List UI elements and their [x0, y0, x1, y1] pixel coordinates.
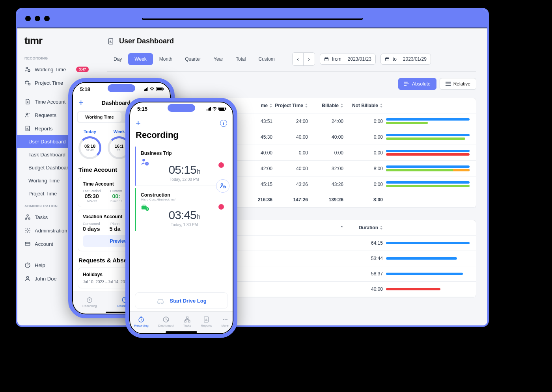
th-project-time[interactable]: Project Time [272, 103, 308, 108]
nav-label: Project Time [28, 191, 57, 197]
tab-tasks[interactable]: Tasks [183, 316, 191, 327]
entry-time: 03:45h [141, 208, 228, 222]
logo: tımr [17, 35, 96, 52]
pie-icon [162, 316, 170, 323]
range-tab-custom[interactable]: Custom [252, 53, 281, 65]
nav-working-time[interactable]: Working Time 3:47 [17, 63, 96, 76]
sort-icon [380, 226, 383, 230]
tab-more[interactable]: More [222, 316, 229, 327]
section-recording-label: RECORDING [17, 52, 96, 63]
switch-badge[interactable] [216, 179, 229, 193]
record-indicator[interactable] [218, 204, 224, 210]
svg-point-0 [26, 67, 28, 69]
tab-reports[interactable]: Reports [201, 316, 212, 327]
nav-label: User Dashboard [28, 139, 66, 145]
nav-label: Time Account [35, 99, 65, 105]
titlebar-handle [142, 18, 363, 20]
svg-rect-21 [446, 85, 451, 86]
tab-recording[interactable]: Recording [82, 296, 97, 308]
total-nb: 8:00 [343, 197, 383, 203]
statusbar: 5:18 [72, 82, 171, 96]
tree-icon [184, 316, 191, 323]
svg-rect-37 [188, 321, 190, 322]
range-tab-day[interactable]: Day [107, 53, 128, 65]
pager-prev[interactable]: ‹ [293, 53, 304, 65]
entry-construction[interactable]: Construction Micro Corp./Brubeck Inc/ 03… [135, 188, 228, 231]
svg-rect-16 [404, 82, 408, 83]
notch [168, 104, 195, 112]
svg-rect-36 [185, 321, 186, 322]
toggle-label: Relative [453, 81, 470, 87]
signal-icon [207, 107, 211, 111]
calendar-icon [324, 57, 329, 61]
working-time-badge: 3:47 [76, 67, 89, 72]
phone2-title: Recording [129, 129, 233, 144]
person-briefcase-icon [219, 182, 226, 189]
date-from[interactable]: from 2023/01/23 [320, 54, 376, 65]
range-tab-total[interactable]: Total [229, 53, 252, 65]
traffic-min[interactable] [35, 16, 40, 21]
info-button[interactable]: i [220, 120, 227, 127]
range-tab-month[interactable]: Month [153, 53, 179, 65]
person-clock-icon [24, 66, 31, 72]
entry-when: Today, 1:30 PM [141, 223, 228, 227]
nav-label: John Doe [35, 276, 57, 282]
svg-rect-18 [404, 85, 407, 86]
sort-icon [305, 104, 308, 108]
user-icon [24, 275, 31, 282]
nav-label: Help [35, 262, 45, 268]
entry-business-trip[interactable]: Business Trip 05:15h Today, 12:00 PM [135, 147, 228, 186]
statusbar: 5:15 [129, 102, 233, 116]
svg-rect-7 [25, 218, 26, 219]
briefcase-clock-icon [24, 80, 31, 86]
svg-rect-8 [29, 218, 30, 219]
start-drive-log[interactable]: Start Drive Log [135, 292, 228, 309]
th-billable[interactable]: Billable [308, 103, 343, 108]
from-date: 2023/01/23 [348, 56, 371, 62]
toggle-label: Absolute [412, 81, 431, 87]
traffic-max[interactable] [44, 16, 50, 21]
sort-icon [269, 104, 272, 108]
relative-button[interactable]: Relative [440, 78, 476, 90]
total-billable: 139:26 [308, 197, 343, 203]
nav-label: Reports [35, 126, 53, 132]
phone2-header: + i [129, 116, 233, 129]
traffic-close[interactable] [25, 16, 31, 21]
absolute-button[interactable]: Absolute [398, 78, 436, 90]
nav-label: Task Dashboard [28, 152, 65, 158]
entry-subtitle: Micro Corp./Brubeck Inc/ [141, 198, 228, 201]
range-tab-week[interactable]: Week [128, 53, 153, 65]
phone1-title: Dashboard [102, 100, 131, 106]
status-icons [144, 87, 163, 91]
th-not-billable[interactable]: Not Billable [343, 103, 383, 108]
tab-recording[interactable]: Recording [134, 316, 148, 327]
ring-today[interactable]: Today 05:1807:42 [78, 129, 101, 159]
record-indicator[interactable] [218, 162, 224, 168]
svg-point-4 [26, 113, 28, 115]
date-to[interactable]: to 2023/01/29 [380, 54, 431, 65]
sort-up-icon[interactable] [340, 226, 343, 230]
add-button[interactable]: + [78, 98, 84, 108]
report-icon [203, 316, 210, 323]
page-header: User Dashboard DayWeekMonthQuarterYearTo… [96, 28, 487, 72]
entry-title: Construction [141, 192, 228, 198]
tab-dashboard[interactable]: Dashboard [158, 316, 173, 327]
help-icon [24, 262, 31, 268]
date-pager: ‹ › [292, 52, 315, 66]
add-button[interactable]: + [136, 118, 141, 128]
pager-next[interactable]: › [304, 53, 315, 65]
svg-rect-35 [186, 317, 188, 318]
th-duration[interactable]: Duration [343, 225, 383, 230]
nav-label: Tasks [35, 214, 48, 220]
status-time: 5:18 [80, 86, 90, 92]
more-icon [222, 316, 229, 323]
range-tab-quarter[interactable]: Quarter [179, 53, 207, 65]
wifi-icon [149, 87, 155, 91]
svg-point-9 [27, 230, 28, 231]
nav-label: Administration [35, 228, 67, 234]
range-tab-year[interactable]: Year [207, 53, 229, 65]
tree-icon [24, 214, 31, 220]
person-hand-icon [24, 112, 31, 118]
total-pt: 147:26 [272, 197, 308, 203]
tab-working-time[interactable]: Working Time [78, 112, 121, 122]
